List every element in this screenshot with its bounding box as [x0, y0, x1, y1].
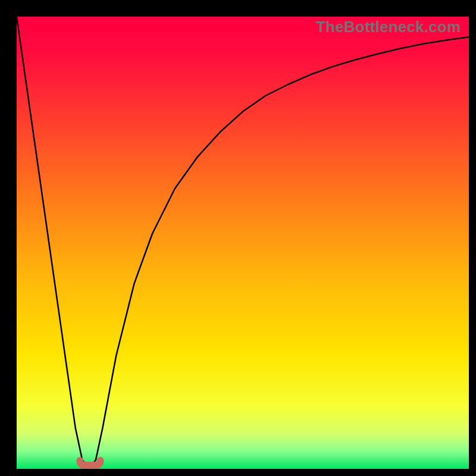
chart-frame: TheBottleneck.com [17, 17, 469, 469]
bottleneck-chart [17, 17, 469, 469]
watermark-label: TheBottleneck.com [316, 18, 461, 36]
gradient-background [17, 17, 469, 469]
